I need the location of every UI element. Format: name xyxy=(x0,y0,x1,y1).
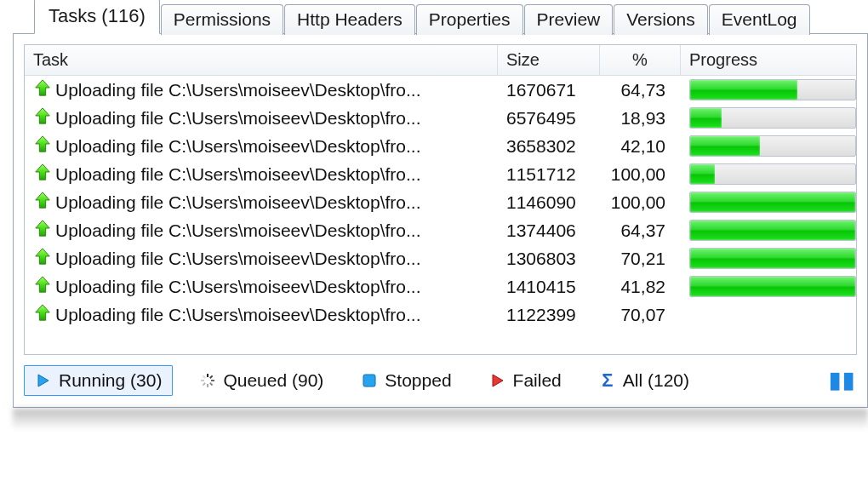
table-row[interactable]: Uploading file C:\Users\moiseev\Desktop\… xyxy=(25,104,856,132)
col-size[interactable]: Size xyxy=(498,45,600,75)
filter-running[interactable]: Running (30) xyxy=(24,365,173,396)
task-text: Uploading file C:\Users\moiseev\Desktop\… xyxy=(55,220,421,241)
progress-fill xyxy=(690,136,760,156)
upload-icon xyxy=(33,106,52,129)
svg-marker-0 xyxy=(38,375,49,387)
cell-size: 1670671 xyxy=(498,80,600,100)
cell-task: Uploading file C:\Users\moiseev\Desktop\… xyxy=(25,303,498,326)
upload-icon xyxy=(33,191,52,214)
svg-line-8 xyxy=(203,375,206,378)
pause-button[interactable]: ▮▮ xyxy=(818,362,857,398)
progress-bar xyxy=(689,220,856,241)
filter-stopped-label: Stopped xyxy=(385,370,451,391)
cell-progress xyxy=(681,79,856,100)
cell-percent: 42,10 xyxy=(600,136,681,157)
filter-all[interactable]: Σ All (120) xyxy=(588,365,700,396)
tab-http-headers[interactable]: Http Headers xyxy=(284,4,415,35)
table-row[interactable]: Uploading file C:\Users\moiseev\Desktop\… xyxy=(25,160,856,188)
table-row[interactable]: Uploading file C:\Users\moiseev\Desktop\… xyxy=(25,272,856,301)
table-row[interactable]: Uploading file C:\Users\moiseev\Desktop\… xyxy=(25,76,856,104)
tab-versions[interactable]: Versions xyxy=(614,4,708,35)
cell-progress xyxy=(681,220,856,241)
cell-percent: 64,73 xyxy=(600,80,681,100)
cell-size: 1410415 xyxy=(498,277,600,297)
svg-line-4 xyxy=(210,382,213,385)
upload-icon xyxy=(33,303,52,326)
tab-properties[interactable]: Properties xyxy=(416,4,523,35)
cell-percent: 18,93 xyxy=(600,108,681,129)
progress-bar xyxy=(689,248,856,269)
progress-fill xyxy=(690,192,855,212)
cell-task: Uploading file C:\Users\moiseev\Desktop\… xyxy=(25,135,498,157)
failed-icon xyxy=(489,372,506,389)
cell-size: 6576495 xyxy=(498,108,600,129)
table-row[interactable]: Uploading file C:\Users\moiseev\Desktop\… xyxy=(25,244,856,272)
cell-percent: 70,07 xyxy=(600,305,681,325)
filter-stopped[interactable]: Stopped xyxy=(350,365,462,396)
cell-percent: 64,37 xyxy=(600,220,681,241)
task-text: Uploading file C:\Users\moiseev\Desktop\… xyxy=(55,192,421,213)
progress-fill xyxy=(690,220,855,240)
loading-icon xyxy=(199,372,216,389)
tab-permissions[interactable]: Permissions xyxy=(161,4,283,35)
table-row[interactable]: Uploading file C:\Users\moiseev\Desktop\… xyxy=(25,216,856,244)
cell-task: Uploading file C:\Users\moiseev\Desktop\… xyxy=(25,191,498,214)
task-text: Uploading file C:\Users\moiseev\Desktop\… xyxy=(55,164,421,185)
upload-icon xyxy=(33,275,52,298)
upload-icon xyxy=(33,247,52,270)
upload-icon xyxy=(33,219,52,242)
cell-progress xyxy=(681,192,856,213)
progress-fill xyxy=(690,277,855,296)
filter-queued[interactable]: Queued (90) xyxy=(188,365,334,396)
cell-task: Uploading file C:\Users\moiseev\Desktop\… xyxy=(25,275,498,298)
cell-progress xyxy=(681,135,856,157)
cell-task: Uploading file C:\Users\moiseev\Desktop\… xyxy=(25,163,498,186)
cell-progress xyxy=(681,163,856,185)
cell-size: 1122399 xyxy=(498,305,600,325)
play-icon xyxy=(35,372,52,389)
filter-bar: Running (30) xyxy=(14,355,867,407)
cell-task: Uploading file C:\Users\moiseev\Desktop\… xyxy=(25,78,498,101)
col-progress[interactable]: Progress xyxy=(681,45,856,75)
col-percent[interactable]: % xyxy=(600,45,681,75)
table-row[interactable]: Uploading file C:\Users\moiseev\Desktop\… xyxy=(25,301,856,329)
task-text: Uploading file C:\Users\moiseev\Desktop\… xyxy=(55,108,421,129)
tab-bar: Tasks (116) Permissions Http Headers Pro… xyxy=(13,0,868,34)
filter-running-label: Running (30) xyxy=(59,370,162,391)
cell-percent: 41,82 xyxy=(600,277,681,297)
progress-fill xyxy=(690,108,722,128)
task-text: Uploading file C:\Users\moiseev\Desktop\… xyxy=(55,136,421,157)
table-row[interactable]: Uploading file C:\Users\moiseev\Desktop\… xyxy=(25,188,856,216)
cell-percent: 100,00 xyxy=(600,164,681,185)
col-task[interactable]: Task xyxy=(25,45,498,75)
cell-percent: 70,21 xyxy=(600,249,681,269)
progress-bar xyxy=(689,276,856,297)
task-text: Uploading file C:\Users\moiseev\Desktop\… xyxy=(55,305,421,325)
cell-size: 1306803 xyxy=(498,249,600,269)
cell-task: Uploading file C:\Users\moiseev\Desktop\… xyxy=(25,247,498,270)
table-row[interactable]: Uploading file C:\Users\moiseev\Desktop\… xyxy=(25,132,856,160)
svg-marker-10 xyxy=(493,375,503,387)
progress-bar xyxy=(689,163,856,185)
filter-all-label: All (120) xyxy=(623,370,689,391)
progress-bar xyxy=(689,135,856,157)
task-text: Uploading file C:\Users\moiseev\Desktop\… xyxy=(55,277,421,297)
stop-icon xyxy=(361,372,378,389)
panel-body: Task Size % Progress Uploading file C:\U… xyxy=(13,33,868,408)
tab-preview[interactable]: Preview xyxy=(524,4,614,35)
pause-icon: ▮▮ xyxy=(829,367,856,393)
progress-bar xyxy=(689,79,856,100)
tab-eventlog[interactable]: EventLog xyxy=(709,4,810,35)
filter-failed[interactable]: Failed xyxy=(478,365,573,396)
cell-percent: 100,00 xyxy=(600,192,681,213)
progress-fill xyxy=(690,164,715,184)
svg-rect-9 xyxy=(363,375,375,387)
tab-tasks[interactable]: Tasks (116) xyxy=(34,0,160,34)
filter-queued-label: Queued (90) xyxy=(223,370,323,391)
progress-fill xyxy=(690,80,797,100)
cell-size: 3658302 xyxy=(498,136,600,157)
cell-size: 1146090 xyxy=(498,192,600,213)
table-body: Uploading file C:\Users\moiseev\Desktop\… xyxy=(25,76,856,354)
tasks-table: Task Size % Progress Uploading file C:\U… xyxy=(24,44,857,355)
window-shadow xyxy=(13,409,868,430)
